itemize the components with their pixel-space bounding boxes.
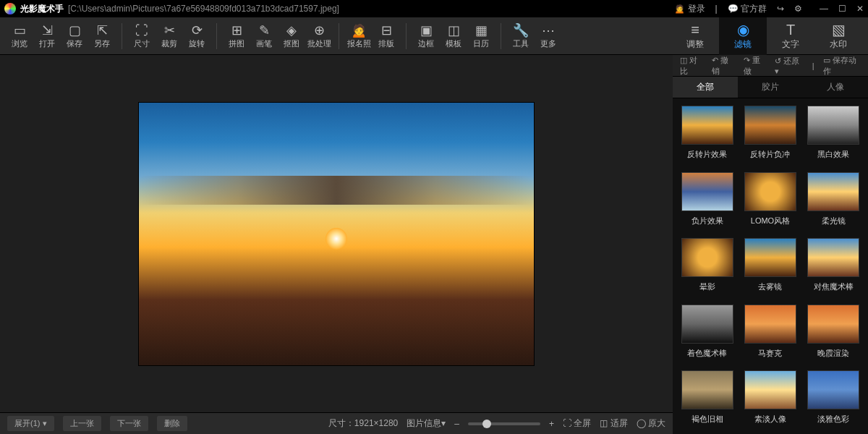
maximize-button[interactable]: ☐ — [838, 4, 846, 14]
filter-tab-film[interactable]: 胶片 — [738, 77, 803, 98]
filter-thumb — [744, 238, 796, 277]
zoom-slider[interactable] — [468, 422, 540, 425]
next-button[interactable]: 下一张 — [110, 416, 148, 431]
sliders-icon: ≡ — [691, 21, 699, 38]
tools-button[interactable]: 🔧工具 — [507, 19, 535, 54]
filter-item[interactable]: LOMO风格 — [741, 172, 799, 229]
fullscreen-button[interactable]: ⛶ 全屏 — [563, 417, 591, 430]
open-icon: ⇲ — [42, 22, 53, 38]
photo-preview[interactable] — [138, 102, 535, 366]
more-icon: ⋯ — [542, 22, 555, 38]
crop-icon: ✂ — [164, 22, 175, 38]
share-icon[interactable]: ↪ — [777, 4, 784, 14]
filter-label: 反转片负冲 — [750, 149, 790, 160]
filter-tab-all[interactable]: 全部 — [673, 77, 738, 98]
cutout-button[interactable]: ◈抠图 — [278, 19, 305, 54]
brush-icon: ✎ — [259, 22, 270, 38]
filter-thumb — [681, 305, 733, 344]
filter-sidebar: ◫ 对比 ↶ 撤销 ↷ 重做 ↺ 还原 ▾ | ▭ 保存动作 全部 胶片 人像 … — [673, 55, 868, 434]
filter-label: 晕影 — [699, 281, 715, 292]
minimize-button[interactable]: — — [820, 4, 828, 14]
filter-item[interactable]: 柔光镜 — [805, 172, 862, 229]
filter-item[interactable]: 反转片效果 — [678, 106, 736, 162]
group-button[interactable]: 💬 官方群 — [728, 3, 767, 15]
batch-icon: ⊕ — [314, 22, 325, 38]
filter-item[interactable]: 去雾镜 — [741, 238, 799, 294]
filter-tab-portrait[interactable]: 人像 — [803, 77, 868, 98]
divider: | — [715, 4, 718, 14]
grid-icon: ⊞ — [231, 22, 242, 38]
layout-button[interactable]: ⊟排版 — [373, 19, 400, 54]
text-icon: T — [786, 21, 795, 38]
more-button[interactable]: ⋯更多 — [535, 19, 562, 54]
main-toolbar: ▭浏览 ⇲打开 ▢保存 ⇱另存 ⛶尺寸 ✂裁剪 ⟳旋转 ⊞拼图 ✎画笔 ◈抠图 … — [0, 17, 868, 55]
filter-label: 负片效果 — [692, 216, 723, 226]
filter-item[interactable]: 负片效果 — [678, 172, 736, 229]
statusbar: 展开(1) ▾ 上一张 下一张 删除 尺寸：1921×1280 图片信息▾ – … — [0, 412, 673, 434]
redo-button[interactable]: ↷ 重做 — [744, 55, 766, 77]
filter-item[interactable]: 反转片负冲 — [741, 106, 799, 162]
calendar-button[interactable]: ▦日历 — [467, 19, 495, 54]
filter-thumb — [807, 305, 859, 344]
zoom-out[interactable]: – — [454, 419, 459, 429]
cutout-icon: ◈ — [286, 22, 297, 38]
filter-item[interactable]: 淡雅色彩 — [805, 370, 862, 427]
zoom-in[interactable]: + — [549, 419, 554, 429]
login-button[interactable]: 🙍 登录 — [674, 3, 705, 15]
filter-thumb — [744, 172, 796, 211]
save-icon: ▢ — [69, 22, 81, 38]
filter-item[interactable]: 素淡人像 — [741, 370, 799, 427]
prev-button[interactable]: 上一张 — [63, 416, 101, 431]
info-button[interactable]: 图片信息▾ — [407, 417, 446, 430]
filter-label: 黑白效果 — [817, 149, 849, 160]
open-button[interactable]: ⇲打开 — [33, 19, 61, 54]
filter-item[interactable]: 对焦魔术棒 — [805, 238, 862, 294]
calendar-icon: ▦ — [475, 22, 488, 38]
template-button[interactable]: ◫模板 — [440, 19, 467, 54]
filter-item[interactable]: 褐色旧相 — [678, 370, 736, 427]
puzzle-button[interactable]: ⊞拼图 — [223, 19, 250, 54]
batch-button[interactable]: ⊕批处理 — [305, 19, 333, 54]
delete-button[interactable]: 删除 — [157, 416, 187, 431]
save-button[interactable]: ▢保存 — [61, 19, 88, 54]
tab-watermark[interactable]: ▧水印 — [814, 17, 862, 55]
fit-button[interactable]: ◫ 适屏 — [600, 417, 627, 430]
settings-icon[interactable]: ⚙ — [794, 4, 802, 14]
rotate-button[interactable]: ⟳旋转 — [183, 19, 210, 54]
layout-icon: ⊟ — [381, 22, 392, 38]
expand-button[interactable]: 展开(1) ▾ — [7, 416, 54, 431]
frame-button[interactable]: ▣边框 — [412, 19, 440, 54]
filter-thumb — [681, 370, 733, 409]
filter-label: 素淡人像 — [754, 414, 786, 425]
saveaction-button[interactable]: ▭ 保存动作 — [823, 55, 861, 77]
idphoto-button[interactable]: 🙍报名照 — [345, 19, 373, 54]
filter-item[interactable]: 黑白效果 — [805, 106, 862, 162]
filter-thumb — [744, 370, 796, 409]
filter-thumb — [807, 172, 859, 211]
browse-button[interactable]: ▭浏览 — [6, 19, 33, 54]
size-button[interactable]: ⛶尺寸 — [128, 19, 156, 54]
filter-thumb — [807, 238, 859, 277]
filter-label: 晚霞渲染 — [817, 348, 849, 359]
tab-adjust[interactable]: ≡调整 — [671, 17, 719, 55]
filter-item[interactable]: 马赛克 — [741, 305, 799, 361]
crop-button[interactable]: ✂裁剪 — [156, 19, 183, 54]
dims-label: 尺寸：1921×1280 — [328, 417, 398, 430]
divider: | — [812, 61, 814, 70]
filter-item[interactable]: 晚霞渲染 — [805, 305, 862, 361]
canvas-area: 展开(1) ▾ 上一张 下一张 删除 尺寸：1921×1280 图片信息▾ – … — [0, 55, 673, 434]
app-name: 光影魔术手 — [20, 3, 64, 15]
brush-button[interactable]: ✎画笔 — [250, 19, 278, 54]
original-button[interactable]: ◯ 原大 — [637, 417, 665, 430]
filter-label: 着色魔术棒 — [687, 348, 727, 359]
restore-button[interactable]: ↺ 还原 ▾ — [775, 56, 804, 76]
tab-filter[interactable]: ◉滤镜 — [719, 17, 767, 55]
undo-button[interactable]: ↶ 撤销 — [712, 55, 734, 77]
compare-button[interactable]: ◫ 对比 — [680, 55, 703, 77]
close-button[interactable]: ✕ — [856, 4, 864, 14]
filter-thumb — [807, 106, 859, 145]
tab-text[interactable]: T文字 — [767, 17, 814, 55]
filter-item[interactable]: 晕影 — [678, 238, 736, 294]
saveas-button[interactable]: ⇱另存 — [88, 19, 116, 54]
filter-item[interactable]: 着色魔术棒 — [678, 305, 736, 361]
